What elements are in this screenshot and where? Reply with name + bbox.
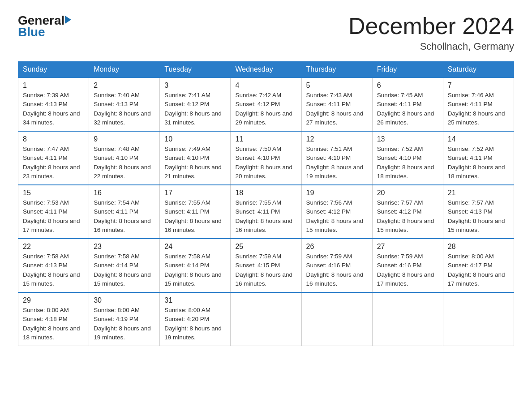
day-info: Sunrise: 7:52 AMSunset: 4:11 PMDaylight:… [448,145,509,181]
calendar-cell: 26Sunrise: 7:59 AMSunset: 4:16 PMDayligh… [301,239,372,292]
day-info: Sunrise: 7:58 AMSunset: 4:13 PMDaylight:… [23,252,84,288]
day-number: 15 [23,189,84,197]
calendar-cell: 27Sunrise: 7:59 AMSunset: 4:16 PMDayligh… [372,239,443,292]
header-thursday: Thursday [301,62,372,78]
page-header: General Blue December 2024 Schollnach, G… [18,13,514,52]
day-number: 1 [23,81,84,90]
day-info: Sunrise: 7:58 AMSunset: 4:14 PMDaylight:… [94,252,155,288]
day-number: 8 [23,135,84,143]
day-number: 3 [164,81,226,90]
day-info: Sunrise: 7:50 AMSunset: 4:10 PMDaylight:… [235,145,296,181]
day-number: 12 [306,135,368,143]
day-info: Sunrise: 7:49 AMSunset: 4:10 PMDaylight:… [164,145,226,181]
calendar-cell: 20Sunrise: 7:57 AMSunset: 4:12 PMDayligh… [372,185,443,239]
day-info: Sunrise: 7:59 AMSunset: 4:16 PMDaylight:… [377,252,438,288]
header-saturday: Saturday [443,62,514,78]
header-tuesday: Tuesday [160,62,231,78]
day-number: 6 [377,81,438,90]
day-info: Sunrise: 7:55 AMSunset: 4:11 PMDaylight:… [235,198,296,235]
day-info: Sunrise: 8:00 AMSunset: 4:19 PMDaylight:… [94,306,155,342]
day-number: 22 [23,243,84,251]
calendar-cell: 18Sunrise: 7:55 AMSunset: 4:11 PMDayligh… [231,185,301,239]
day-info: Sunrise: 7:51 AMSunset: 4:10 PMDaylight:… [306,145,368,181]
day-info: Sunrise: 7:41 AMSunset: 4:12 PMDaylight:… [164,91,226,127]
day-info: Sunrise: 7:40 AMSunset: 4:13 PMDaylight:… [94,91,155,127]
day-number: 23 [94,243,155,251]
calendar-cell: 17Sunrise: 7:55 AMSunset: 4:11 PMDayligh… [160,185,231,239]
calendar-cell: 2Sunrise: 7:40 AMSunset: 4:13 PMDaylight… [89,77,160,131]
day-number: 27 [377,243,438,251]
day-number: 19 [306,189,368,197]
calendar-cell: 25Sunrise: 7:59 AMSunset: 4:15 PMDayligh… [231,239,301,292]
day-number: 17 [164,189,226,197]
calendar-cell: 31Sunrise: 8:00 AMSunset: 4:20 PMDayligh… [160,292,231,346]
day-number: 30 [94,296,155,304]
calendar-cell: 28Sunrise: 8:00 AMSunset: 4:17 PMDayligh… [443,239,514,292]
calendar-week-row: 29Sunrise: 8:00 AMSunset: 4:18 PMDayligh… [18,292,514,346]
day-info: Sunrise: 7:57 AMSunset: 4:13 PMDaylight:… [448,198,509,235]
day-info: Sunrise: 7:58 AMSunset: 4:14 PMDaylight:… [164,252,226,288]
day-number: 26 [306,243,368,251]
day-info: Sunrise: 8:00 AMSunset: 4:18 PMDaylight:… [23,306,84,342]
day-number: 4 [235,81,296,90]
day-number: 14 [448,135,509,143]
calendar-cell: 9Sunrise: 7:48 AMSunset: 4:10 PMDaylight… [89,131,160,185]
day-number: 9 [94,135,155,143]
day-number: 7 [448,81,509,90]
days-header-row: Sunday Monday Tuesday Wednesday Thursday… [18,62,514,78]
calendar-cell: 19Sunrise: 7:56 AMSunset: 4:12 PMDayligh… [301,185,372,239]
calendar-cell: 29Sunrise: 8:00 AMSunset: 4:18 PMDayligh… [18,292,89,346]
day-info: Sunrise: 7:59 AMSunset: 4:16 PMDaylight:… [306,252,368,288]
day-number: 11 [235,135,296,143]
calendar-cell [301,292,372,346]
calendar-cell: 1Sunrise: 7:39 AMSunset: 4:13 PMDaylight… [18,77,89,131]
calendar-cell: 4Sunrise: 7:42 AMSunset: 4:12 PMDaylight… [231,77,301,131]
calendar-cell: 6Sunrise: 7:45 AMSunset: 4:11 PMDaylight… [372,77,443,131]
day-number: 20 [377,189,438,197]
calendar-cell: 15Sunrise: 7:53 AMSunset: 4:11 PMDayligh… [18,185,89,239]
header-wednesday: Wednesday [231,62,301,78]
day-info: Sunrise: 7:54 AMSunset: 4:11 PMDaylight:… [94,198,155,235]
month-year-title: December 2024 [348,13,514,39]
calendar-cell: 22Sunrise: 7:58 AMSunset: 4:13 PMDayligh… [18,239,89,292]
day-number: 18 [235,189,296,197]
day-number: 24 [164,243,226,251]
calendar-cell: 5Sunrise: 7:43 AMSunset: 4:11 PMDaylight… [301,77,372,131]
day-number: 25 [235,243,296,251]
calendar-cell: 30Sunrise: 8:00 AMSunset: 4:19 PMDayligh… [89,292,160,346]
day-info: Sunrise: 7:43 AMSunset: 4:11 PMDaylight:… [306,91,368,127]
day-info: Sunrise: 7:57 AMSunset: 4:12 PMDaylight:… [377,198,438,235]
calendar-cell: 24Sunrise: 7:58 AMSunset: 4:14 PMDayligh… [160,239,231,292]
calendar-cell: 14Sunrise: 7:52 AMSunset: 4:11 PMDayligh… [443,131,514,185]
calendar-cell: 3Sunrise: 7:41 AMSunset: 4:12 PMDaylight… [160,77,231,131]
header-friday: Friday [372,62,443,78]
calendar-cell [443,292,514,346]
day-number: 28 [448,243,509,251]
day-info: Sunrise: 7:55 AMSunset: 4:11 PMDaylight:… [164,198,226,235]
day-info: Sunrise: 7:47 AMSunset: 4:11 PMDaylight:… [23,145,84,181]
day-info: Sunrise: 7:46 AMSunset: 4:11 PMDaylight:… [448,91,509,127]
calendar-cell: 7Sunrise: 7:46 AMSunset: 4:11 PMDaylight… [443,77,514,131]
header-monday: Monday [89,62,160,78]
calendar-week-row: 22Sunrise: 7:58 AMSunset: 4:13 PMDayligh… [18,239,514,292]
day-number: 31 [164,296,226,304]
calendar-week-row: 1Sunrise: 7:39 AMSunset: 4:13 PMDaylight… [18,77,514,131]
calendar-cell [231,292,301,346]
day-number: 16 [94,189,155,197]
day-number: 2 [94,81,155,90]
day-number: 21 [448,189,509,197]
day-info: Sunrise: 7:59 AMSunset: 4:15 PMDaylight:… [235,252,296,288]
day-info: Sunrise: 7:45 AMSunset: 4:11 PMDaylight:… [377,91,438,127]
calendar-cell: 21Sunrise: 7:57 AMSunset: 4:13 PMDayligh… [443,185,514,239]
calendar-cell: 16Sunrise: 7:54 AMSunset: 4:11 PMDayligh… [89,185,160,239]
calendar-week-row: 8Sunrise: 7:47 AMSunset: 4:11 PMDaylight… [18,131,514,185]
day-info: Sunrise: 7:53 AMSunset: 4:11 PMDaylight:… [23,198,84,235]
header-sunday: Sunday [18,62,89,78]
day-info: Sunrise: 7:48 AMSunset: 4:10 PMDaylight:… [94,145,155,181]
day-info: Sunrise: 7:39 AMSunset: 4:13 PMDaylight:… [23,91,84,127]
calendar-cell: 12Sunrise: 7:51 AMSunset: 4:10 PMDayligh… [301,131,372,185]
calendar-cell: 10Sunrise: 7:49 AMSunset: 4:10 PMDayligh… [160,131,231,185]
day-info: Sunrise: 7:52 AMSunset: 4:10 PMDaylight:… [377,145,438,181]
location-text: Schollnach, Germany [348,41,514,52]
calendar-cell [372,292,443,346]
